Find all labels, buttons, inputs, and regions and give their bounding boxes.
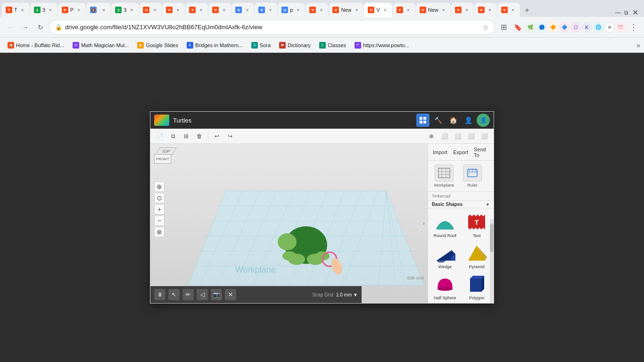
tab-11-close[interactable]: × (267, 7, 273, 13)
tab-8-close[interactable]: × (198, 7, 204, 13)
extension-7-icon[interactable]: 🌐 (593, 22, 603, 33)
tc-camera-btn[interactable]: 📷 (211, 289, 222, 300)
tc-align-btn[interactable]: ⬜ (452, 131, 463, 142)
address-bar[interactable]: 🔒 drive.google.com/file/d/1NZ1XVW3VU8o2h… (49, 20, 495, 35)
new-tab-button[interactable]: + (520, 4, 534, 17)
tc-shape-half-sphere[interactable]: Half Sphere (430, 272, 460, 302)
tab-3[interactable]: P P × (58, 3, 86, 17)
tab-17[interactable]: V × (451, 3, 474, 17)
tab-9-close[interactable]: × (221, 7, 227, 13)
tc-shape-wedge[interactable]: Wedge (430, 241, 460, 271)
extension-5-icon[interactable]: ⬡ (570, 22, 581, 33)
tc-sendto-button[interactable]: Send To (471, 145, 492, 160)
bookmark-star-icon[interactable]: ☆ (483, 24, 489, 31)
tab-5-close[interactable]: × (128, 7, 135, 13)
tc-mirror-btn[interactable]: ⬜ (439, 131, 450, 142)
tc-anchor-btn[interactable]: ⊕ (426, 131, 437, 142)
tab-8[interactable]: Y × (185, 3, 208, 17)
tab-19[interactable]: V × (497, 3, 520, 17)
bookmark-powto[interactable]: P https://www.powto... (351, 40, 413, 51)
tab-13[interactable]: V × (305, 3, 328, 17)
tc-more-btn[interactable]: ⬜ (479, 131, 490, 142)
tc-export-button[interactable]: Export (450, 148, 471, 157)
tab-18-close[interactable]: × (487, 7, 493, 13)
bookmark-bridges[interactable]: B Bridges in Mathem... (183, 40, 247, 51)
extension-3-icon[interactable]: 🔶 (548, 22, 558, 33)
tab-3-close[interactable]: × (75, 7, 82, 13)
tc-collapse-arrow[interactable]: › (420, 216, 428, 231)
snap-grid-value[interactable]: 1.0 mm ▼ (336, 292, 358, 297)
tab-7[interactable]: V × (162, 3, 185, 17)
bookmark-dictionary[interactable]: M Dictionary (275, 40, 314, 51)
tc-panel-scrollbar-thumb[interactable] (490, 224, 494, 252)
tc-group-btn[interactable]: ⊞ (181, 131, 192, 142)
google-apps-icon[interactable]: ⊞ (497, 21, 510, 34)
tab-17-close[interactable]: × (463, 7, 470, 13)
tc-shape-round-roof[interactable]: Round Roof (430, 210, 460, 239)
bookmark-home[interactable]: 🏠 Home - Buffalo Rid... (4, 40, 68, 51)
bookmark-icon[interactable]: 🔖 (511, 21, 524, 34)
tc-eraser-btn[interactable]: ◁ (197, 289, 208, 300)
tc-pen-btn[interactable]: ✏ (182, 289, 194, 300)
tab-new1-close[interactable]: × (353, 7, 360, 13)
zoom-out-btn[interactable]: − (154, 215, 165, 226)
tab-19-close[interactable]: × (510, 7, 516, 13)
tc-copy-btn[interactable]: ⧉ (167, 131, 179, 142)
bookmark-classes[interactable]: C Classes (315, 40, 350, 51)
window-restore[interactable]: ⧉ (624, 9, 628, 16)
zoom-reset-btn[interactable]: ⊗ (154, 227, 165, 237)
tab-2[interactable]: 3 3 × (30, 3, 58, 17)
window-minimize[interactable]: ─ (615, 8, 620, 17)
bookmarks-more-button[interactable]: » (636, 41, 640, 49)
extension-4-icon[interactable]: 🔷 (559, 22, 570, 33)
cube-front-face[interactable]: FRONT (154, 154, 171, 164)
bookmark-slides[interactable]: ▶ Google Slides (133, 40, 182, 51)
edit-grid-label[interactable]: Edit Grid (407, 276, 424, 280)
tc-shapes-dropdown[interactable]: ▼ (486, 202, 490, 207)
tab-6-close[interactable]: × (151, 7, 158, 13)
tab-15-close[interactable]: × (405, 7, 412, 13)
extension-1-icon[interactable]: 🌿 (525, 22, 536, 33)
tab-15[interactable]: Y × (393, 3, 415, 17)
tc-workplane-tool[interactable]: Workplane (432, 165, 456, 188)
extension-9-icon[interactable]: 🛡 (616, 22, 626, 33)
back-button[interactable]: ← (4, 21, 17, 34)
tc-grid-view-icon[interactable] (416, 114, 429, 127)
bookmark-math[interactable]: W Math Magician Mul... (69, 40, 132, 51)
tab-new2[interactable]: V New × (416, 3, 451, 17)
tc-viewport[interactable]: TOP FRONT ⊕ ⊙ + − ⊗ (150, 144, 428, 303)
bookmark-sora[interactable]: S Sora (248, 40, 274, 51)
tc-shape-pyramid[interactable]: Pyramid (462, 241, 492, 271)
tab-5[interactable]: 3 3 × (111, 3, 139, 17)
tab-active[interactable]: V V × (364, 3, 392, 17)
tab-7-close[interactable]: × (174, 7, 181, 13)
tc-shape-polygon[interactable]: Polygon (462, 272, 492, 302)
window-close[interactable]: ✕ (632, 8, 638, 17)
tc-ruler-tool[interactable]: Ruler (460, 165, 485, 188)
tc-pause-btn[interactable]: ⏸ (154, 289, 165, 300)
zoom-home-btn[interactable]: ⊙ (154, 193, 165, 203)
tab-6[interactable]: V × (139, 3, 162, 17)
tc-new-btn[interactable]: 📄 (154, 131, 165, 142)
tc-tools-icon[interactable]: 🔨 (431, 114, 445, 127)
tab-18[interactable]: V × (474, 3, 497, 17)
tab-new1[interactable]: V New × (329, 3, 363, 17)
tc-flip-btn[interactable]: ⬜ (465, 131, 477, 142)
view-cube[interactable]: TOP FRONT (154, 148, 182, 176)
tab-2-close[interactable]: × (47, 7, 54, 13)
tc-shape-text[interactable]: T Text (462, 210, 492, 239)
extension-8-icon[interactable]: ⊕ (604, 22, 615, 33)
tab-1-close[interactable]: × (19, 7, 26, 13)
tc-profile-avatar[interactable]: 👤 (477, 114, 490, 127)
zoom-fit-btn[interactable]: ⊕ (154, 181, 165, 192)
tc-design-icon[interactable]: 🏠 (446, 114, 460, 127)
extension-6-icon[interactable]: K (582, 22, 592, 33)
tab-google[interactable]: G p × (278, 3, 305, 17)
zoom-in-btn[interactable]: + (154, 204, 165, 214)
tab-13-close[interactable]: × (318, 7, 324, 13)
extension-2-icon[interactable]: 🔵 (537, 22, 547, 33)
tc-account-icon[interactable]: 👤 (462, 114, 475, 127)
chrome-menu-button[interactable]: ⋮ (627, 21, 640, 34)
tab-1[interactable]: T T × (2, 3, 30, 17)
tab-9[interactable]: V × (208, 3, 231, 17)
